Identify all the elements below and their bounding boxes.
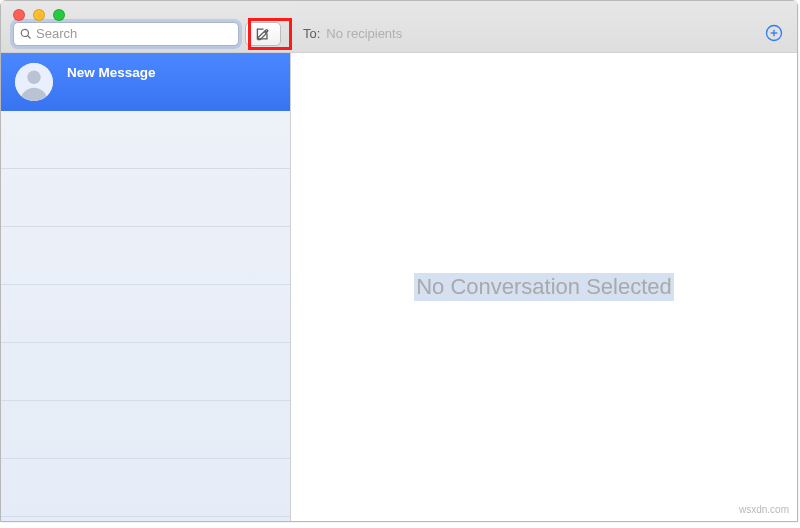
titlebar: To: No recipients (1, 1, 797, 53)
empty-state-text: No Conversation Selected (414, 273, 674, 301)
search-input[interactable] (36, 26, 232, 41)
window-body: New Message No Conversation Selected (1, 53, 797, 521)
list-item (1, 343, 290, 401)
conversation-title: New Message (67, 63, 156, 80)
avatar-silhouette-icon (15, 63, 53, 101)
plus-circle-icon (764, 23, 784, 43)
avatar (15, 63, 53, 101)
list-item (1, 169, 290, 227)
list-item (1, 111, 290, 169)
search-field[interactable] (13, 22, 239, 46)
search-icon (20, 28, 32, 40)
main-content: No Conversation Selected (291, 53, 797, 521)
list-item (1, 459, 290, 517)
list-item (1, 227, 290, 285)
messages-window: To: No recipients (0, 0, 798, 522)
window-controls (13, 9, 65, 21)
to-field[interactable]: To: No recipients (303, 26, 402, 41)
minimize-window-button[interactable] (33, 9, 45, 21)
conversation-item[interactable]: New Message (1, 53, 290, 111)
compose-icon (255, 26, 271, 42)
svg-point-4 (27, 71, 40, 84)
to-label: To: (303, 26, 320, 41)
conversation-sidebar: New Message (1, 53, 291, 521)
list-item (1, 401, 290, 459)
list-item (1, 285, 290, 343)
zoom-window-button[interactable] (53, 9, 65, 21)
compose-button[interactable] (245, 22, 281, 46)
add-recipient-button[interactable] (763, 22, 785, 44)
main-header: To: No recipients (291, 1, 797, 53)
watermark: wsxdn.com (739, 504, 789, 515)
main-panel: No Conversation Selected (291, 53, 797, 521)
to-placeholder: No recipients (326, 26, 402, 41)
close-window-button[interactable] (13, 9, 25, 21)
